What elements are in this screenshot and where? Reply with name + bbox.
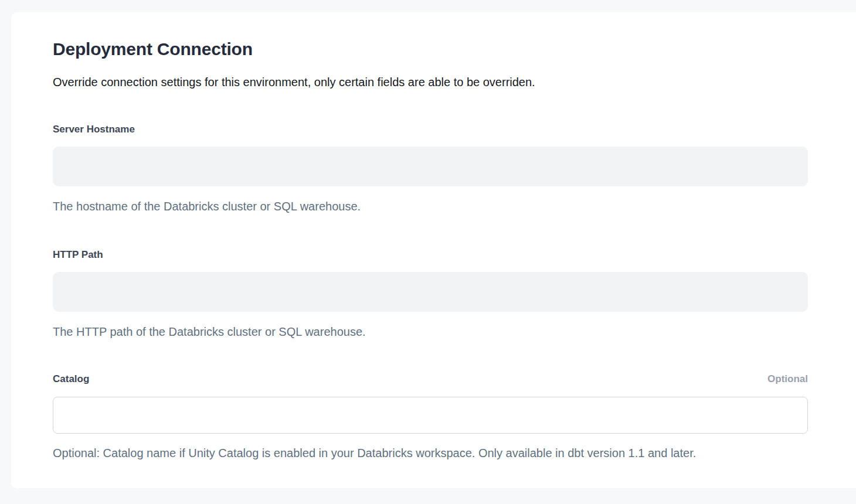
server-hostname-label: Server Hostname [53, 123, 135, 136]
deployment-connection-card: Deployment Connection Override connectio… [11, 12, 856, 488]
page-subtitle: Override connection settings for this en… [53, 74, 808, 90]
catalog-input[interactable] [53, 397, 808, 434]
http-path-field-group: HTTP Path The HTTP path of the Databrick… [53, 248, 808, 339]
server-hostname-field-group: Server Hostname The hostname of the Data… [53, 123, 808, 214]
http-path-label: HTTP Path [53, 248, 103, 261]
page-title: Deployment Connection [53, 38, 808, 60]
catalog-optional-badge: Optional [767, 373, 808, 386]
catalog-helper-text: Optional: Catalog name if Unity Catalog … [53, 446, 808, 461]
deployment-connection-form: Deployment Connection Override connectio… [53, 12, 808, 461]
http-path-helper-text: The HTTP path of the Databricks cluster … [53, 325, 808, 339]
http-path-input[interactable] [53, 272, 808, 312]
server-hostname-input[interactable] [53, 147, 808, 186]
catalog-label: Catalog [53, 373, 89, 386]
server-hostname-helper-text: The hostname of the Databricks cluster o… [53, 199, 808, 214]
catalog-field-group: Catalog Optional Optional: Catalog name … [53, 373, 808, 461]
